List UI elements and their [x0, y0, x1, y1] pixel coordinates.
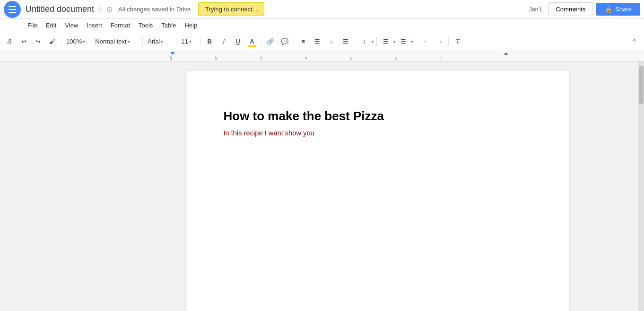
- ruler: 1 2 3 4 5 6 7: [0, 51, 644, 62]
- underline-button[interactable]: U: [231, 35, 244, 48]
- toolbar-right: ⌃: [628, 35, 641, 48]
- zoom-selector[interactable]: 100% ▾: [64, 36, 87, 46]
- zoom-caret: ▾: [83, 39, 85, 44]
- paragraph-style-selector[interactable]: Normal text ▾: [93, 36, 140, 46]
- separator-4: [176, 37, 176, 46]
- star-icon[interactable]: ☆: [97, 5, 104, 14]
- menu-file[interactable]: File: [24, 21, 41, 30]
- style-caret: ▾: [128, 39, 130, 44]
- menu-bar: File Edit View Insert Format Tools Table…: [0, 19, 644, 32]
- menu-edit[interactable]: Edit: [42, 21, 60, 30]
- numbered-caret: ▾: [393, 39, 396, 44]
- bulleted-caret: ▾: [411, 39, 413, 44]
- scrollbar-thumb[interactable]: [639, 66, 644, 104]
- insert-link-button[interactable]: 🔗: [264, 35, 277, 48]
- separator-1: [61, 37, 61, 46]
- ruler-line-2: [215, 56, 216, 59]
- top-bar: Untitled document ☆ ⊙ All changes saved …: [0, 0, 644, 19]
- collapse-toolbar-button[interactable]: ⌃: [628, 35, 641, 48]
- ruler-line-7: [440, 56, 440, 59]
- menu-view[interactable]: View: [61, 21, 82, 30]
- size-caret: ▾: [189, 39, 191, 44]
- insert-comment-button[interactable]: 💬: [278, 35, 291, 48]
- font-caret: ▾: [161, 39, 163, 44]
- document-title[interactable]: Untitled document: [26, 4, 94, 14]
- separator-11: [448, 37, 449, 46]
- align-left-button[interactable]: ≡: [296, 35, 310, 48]
- main-area: How to make the best Pizza In this recip…: [0, 62, 644, 311]
- bulleted-list-button[interactable]: ☰: [397, 35, 410, 48]
- bold-button[interactable]: B: [203, 35, 216, 48]
- separator-5: [200, 37, 200, 46]
- ruler-line-4: [305, 56, 305, 59]
- redo-button[interactable]: ↪: [31, 35, 44, 48]
- user-avatar: Jan L: [529, 6, 543, 13]
- drive-folder-icon[interactable]: ⊙: [106, 5, 113, 14]
- increase-indent-button[interactable]: →: [433, 35, 446, 48]
- menu-insert[interactable]: Insert: [83, 21, 106, 30]
- toolbar: 🖨 ↩ ↪ 🖌 100% ▾ Normal text ▾ Arial ▾ 11 …: [0, 32, 644, 51]
- ruler-line-1: [170, 56, 171, 59]
- menu-tools[interactable]: Tools: [135, 21, 157, 30]
- trying-connect-button[interactable]: Trying to connect...: [198, 2, 264, 16]
- left-margin: [0, 62, 125, 311]
- menu-table[interactable]: Table: [157, 21, 180, 30]
- separator-10: [416, 37, 416, 46]
- document-area[interactable]: How to make the best Pizza In this recip…: [125, 62, 629, 311]
- menu-format[interactable]: Format: [107, 21, 134, 30]
- align-right-button[interactable]: ≡: [325, 35, 338, 48]
- paint-format-button[interactable]: 🖌: [45, 35, 59, 48]
- separator-7: [294, 37, 294, 46]
- share-button[interactable]: 🔒 Share: [596, 3, 640, 16]
- spacing-caret: ▾: [372, 39, 374, 44]
- separator-6: [261, 37, 261, 46]
- save-status: All changes saved in Drive: [118, 6, 191, 13]
- document-body[interactable]: In this recipe I want show you: [224, 129, 531, 137]
- ruler-line-5: [350, 56, 350, 59]
- ruler-inner: 1 2 3 4 5 6 7: [125, 51, 508, 62]
- separator-2: [90, 37, 90, 46]
- ruler-right-tab[interactable]: [504, 52, 508, 55]
- line-spacing-button[interactable]: ↕: [357, 35, 371, 48]
- font-size-selector[interactable]: 11 ▾: [179, 36, 198, 46]
- numbered-list-button[interactable]: ☰: [379, 35, 392, 48]
- decrease-indent-button[interactable]: ←: [418, 35, 432, 48]
- separator-3: [142, 37, 143, 46]
- document-page[interactable]: How to make the best Pizza In this recip…: [186, 71, 569, 311]
- clear-formatting-button[interactable]: 𝘛̶: [451, 35, 464, 48]
- document-heading[interactable]: How to make the best Pizza: [224, 109, 531, 124]
- comments-button[interactable]: Comments: [548, 2, 592, 16]
- italic-button[interactable]: I: [217, 35, 230, 48]
- font-selector[interactable]: Arial ▾: [145, 36, 174, 46]
- ruler-line-6: [395, 56, 395, 59]
- separator-8: [355, 37, 355, 46]
- text-color-button[interactable]: A: [245, 35, 259, 48]
- separator-9: [376, 37, 377, 46]
- justify-button[interactable]: ☰: [339, 35, 352, 48]
- undo-button[interactable]: ↩: [17, 35, 30, 48]
- lock-icon: 🔒: [605, 6, 612, 13]
- ruler-tab[interactable]: [170, 52, 175, 55]
- ruler-line-3: [260, 56, 261, 59]
- print-button[interactable]: 🖨: [3, 35, 16, 48]
- align-center-button[interactable]: ☰: [311, 35, 324, 48]
- hamburger-icon[interactable]: [4, 1, 21, 18]
- right-margin: [629, 62, 638, 311]
- scrollbar[interactable]: [638, 62, 644, 311]
- menu-help[interactable]: Help: [181, 21, 201, 30]
